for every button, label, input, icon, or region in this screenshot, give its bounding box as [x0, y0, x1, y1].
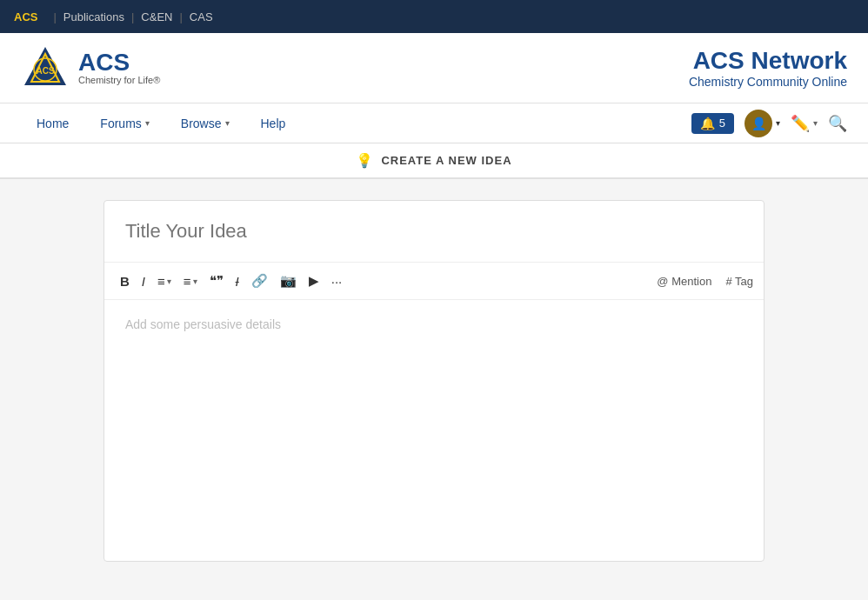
site-subtitle: Chemistry Community Online	[689, 75, 847, 89]
search-icon: 🔍	[828, 114, 847, 133]
top-bar: ACS | Publications | C&EN | CAS	[0, 0, 868, 33]
nav-forums[interactable]: Forums ▾	[84, 103, 164, 143]
editor-placeholder: Add some persuasive details	[125, 317, 281, 331]
create-banner-label: CREATE A NEW IDEA	[381, 154, 511, 167]
logo-text-area: ACS Chemistry for Life®	[78, 50, 160, 85]
notification-count: 5	[719, 117, 725, 130]
bold-button[interactable]: B	[115, 270, 135, 292]
quote-icon: ❝❞	[210, 273, 224, 289]
pencil-icon: ✏️	[791, 114, 810, 133]
tag-button[interactable]: # Tag	[725, 275, 753, 288]
quote-button[interactable]: ❝❞	[204, 270, 229, 292]
video-button[interactable]: ▶	[304, 270, 324, 292]
strikethrough-button[interactable]: I	[230, 270, 244, 292]
topbar-acs-label: ACS	[14, 10, 37, 23]
more-icon: ···	[331, 274, 343, 289]
nav-browse[interactable]: Browse ▾	[165, 103, 245, 143]
photo-button[interactable]: 📷	[275, 270, 302, 292]
mention-button[interactable]: @ Mention	[657, 275, 711, 288]
nav-links: Home Forums ▾ Browse ▾ Help	[21, 103, 691, 143]
title-input[interactable]	[104, 201, 764, 263]
main-nav: Home Forums ▾ Browse ▾ Help 🔔 5 👤 ▾ ✏️	[0, 103, 868, 143]
logo-tagline: Chemistry for Life®	[78, 75, 160, 85]
site-title: ACS Network	[689, 47, 847, 75]
acs-logo-icon[interactable]: ACS	[21, 43, 70, 92]
site-title-area: ACS Network Chemistry Community Online	[689, 47, 847, 89]
nav-home[interactable]: Home	[21, 103, 84, 143]
logo-area: ACS ACS Chemistry for Life®	[21, 43, 160, 92]
forums-chevron-icon: ▾	[145, 118, 150, 128]
ol-chevron-icon: ▾	[193, 277, 197, 286]
more-button[interactable]: ···	[326, 270, 348, 292]
ordered-list-icon: ≡	[184, 274, 191, 289]
topbar-cen-link[interactable]: C&EN	[141, 10, 172, 23]
topbar-cas-link[interactable]: CAS	[190, 10, 213, 23]
topbar-sep-3: |	[179, 10, 182, 23]
avatar-icon: 👤	[751, 117, 766, 130]
unordered-list-button[interactable]: ≡ ▾	[152, 270, 177, 292]
svg-text:ACS: ACS	[36, 66, 54, 76]
nav-help[interactable]: Help	[245, 103, 302, 143]
edit-chevron-icon: ▾	[813, 118, 818, 128]
browse-chevron-icon: ▾	[225, 118, 230, 128]
link-icon: 🔗	[251, 273, 268, 289]
create-banner: 💡 CREATE A NEW IDEA	[0, 143, 868, 179]
search-button[interactable]: 🔍	[828, 114, 847, 133]
notification-button[interactable]: 🔔 5	[691, 113, 734, 134]
topbar-sep-1: |	[53, 10, 56, 23]
bulb-icon: 💡	[356, 152, 374, 169]
topbar-publications-link[interactable]: Publications	[63, 10, 124, 23]
video-icon: ▶	[309, 273, 319, 289]
editor-container: B I ≡ ▾ ≡ ▾ ❝❞ I 🔗 📷 ▶ ··· @ Mention	[103, 200, 765, 562]
ordered-list-button[interactable]: ≡ ▾	[178, 270, 203, 292]
bell-icon: 🔔	[700, 117, 715, 130]
editor-toolbar: B I ≡ ▾ ≡ ▾ ❝❞ I 🔗 📷 ▶ ··· @ Mention	[104, 263, 764, 300]
edit-area[interactable]: ✏️ ▾	[791, 114, 818, 133]
edit-button[interactable]: ✏️	[791, 114, 810, 133]
camera-icon: 📷	[280, 273, 297, 289]
avatar-area[interactable]: 👤 ▾	[744, 110, 780, 137]
strikethrough-icon: I	[236, 274, 239, 289]
avatar-chevron-icon: ▾	[776, 118, 780, 128]
avatar-button[interactable]: 👤	[744, 110, 772, 137]
topbar-sep-2: |	[131, 10, 134, 23]
link-button[interactable]: 🔗	[246, 270, 273, 292]
logo-acs-text: ACS	[78, 50, 160, 75]
italic-button[interactable]: I	[137, 270, 150, 292]
unordered-list-icon: ≡	[157, 274, 165, 289]
site-header: ACS ACS Chemistry for Life® ACS Network …	[0, 33, 868, 103]
ul-chevron-icon: ▾	[167, 277, 171, 286]
toolbar-right: @ Mention # Tag	[657, 275, 753, 288]
nav-icons: 🔔 5 👤 ▾ ✏️ ▾ 🔍	[691, 110, 847, 137]
editor-body[interactable]: Add some persuasive details	[104, 300, 764, 561]
